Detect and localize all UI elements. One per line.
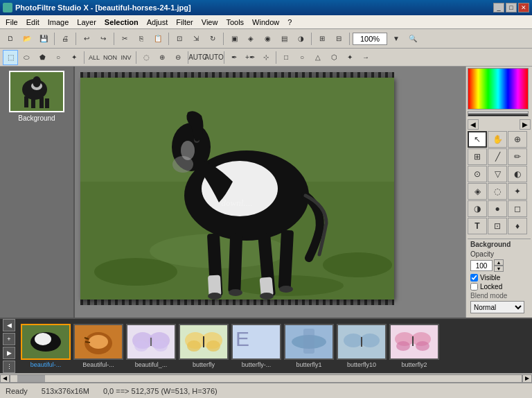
hscroll-right[interactable]: ▶ bbox=[522, 374, 532, 383]
opacity-down[interactable]: ▼ bbox=[494, 266, 504, 272]
feather-button[interactable]: ◌ bbox=[139, 50, 154, 65]
horizontal-scrollbar[interactable]: ◀ ▶ bbox=[0, 373, 532, 383]
visible-row[interactable]: Visible bbox=[470, 274, 528, 282]
select-magic-tool[interactable]: ✦ bbox=[66, 50, 82, 65]
open-button[interactable]: 📂 bbox=[19, 31, 35, 46]
shape-oval-btn[interactable]: ○ bbox=[294, 50, 310, 65]
tool-hand[interactable]: ✋ bbox=[488, 131, 507, 148]
menu-window[interactable]: Window bbox=[248, 15, 283, 29]
titlebar-controls[interactable]: _ □ ✕ bbox=[493, 3, 529, 12]
select-poly-tool[interactable]: ⬟ bbox=[35, 50, 50, 65]
tool-brush[interactable]: ⊙ bbox=[468, 166, 487, 182]
menu-adjust[interactable]: Adjust bbox=[143, 15, 172, 29]
select-all-button[interactable]: ALL bbox=[87, 50, 102, 65]
rotate-button[interactable]: ↻ bbox=[205, 31, 220, 46]
tool-gradient[interactable]: ◐ bbox=[508, 166, 527, 182]
menu-image[interactable]: Image bbox=[44, 15, 73, 29]
tool-pencil[interactable]: ✏ bbox=[508, 148, 527, 165]
canvas-area[interactable]: downl.... bbox=[75, 67, 466, 318]
thumb-butterfly[interactable]: butterfly bbox=[179, 324, 229, 368]
maximize-button[interactable]: □ bbox=[506, 3, 517, 12]
filter4-button[interactable]: ▤ bbox=[276, 31, 292, 46]
thumb-beautiful-butterfly-w[interactable]: beautiful_... bbox=[126, 324, 176, 368]
tool-extra1[interactable]: ⊡ bbox=[488, 218, 507, 234]
tool-zoom[interactable]: ⊞ bbox=[468, 148, 487, 165]
visible-checkbox[interactable] bbox=[470, 274, 478, 282]
color-spectrum[interactable] bbox=[468, 68, 529, 110]
shape-poly-btn[interactable]: ⬡ bbox=[326, 50, 342, 65]
select-oval-tool[interactable]: ⬭ bbox=[19, 50, 34, 65]
menu-edit[interactable]: Edit bbox=[22, 15, 44, 29]
redo-button[interactable]: ↪ bbox=[96, 31, 111, 46]
opacity-up[interactable]: ▲ bbox=[494, 259, 504, 266]
view1-button[interactable]: ⊞ bbox=[314, 31, 330, 46]
tool-extra2[interactable]: ♦ bbox=[508, 218, 527, 234]
undo-button[interactable]: ↩ bbox=[79, 31, 94, 46]
tool-line[interactable]: ╱ bbox=[488, 148, 507, 165]
shape-arrow-btn[interactable]: → bbox=[358, 50, 373, 65]
filter2-button[interactable]: ◈ bbox=[243, 31, 258, 46]
canvas-image[interactable]: downl.... bbox=[80, 78, 394, 300]
resize-button[interactable]: ⇲ bbox=[188, 31, 204, 46]
paste-button[interactable]: 📋 bbox=[150, 31, 166, 46]
minimize-button[interactable]: _ bbox=[493, 3, 504, 12]
layer-thumbnail[interactable] bbox=[9, 71, 64, 112]
filmstrip-scroll-left[interactable]: ◀ bbox=[3, 319, 15, 331]
tool-cursor[interactable]: ↖ bbox=[468, 131, 487, 148]
zoom-dropdown-button[interactable]: ▼ bbox=[389, 31, 404, 46]
tool-dodge[interactable]: ◑ bbox=[468, 200, 487, 217]
crop-button[interactable]: ⊡ bbox=[172, 31, 187, 46]
menu-filter[interactable]: Filter bbox=[172, 15, 197, 29]
tool-fill[interactable]: ▽ bbox=[488, 166, 507, 182]
filmstrip-scroll-right[interactable]: ▶ bbox=[3, 347, 15, 359]
path-add-btn[interactable]: +✒ bbox=[242, 50, 258, 65]
thumb-butterfly-dash[interactable]: E butterfly-... bbox=[231, 324, 281, 368]
hscroll-left[interactable]: ◀ bbox=[0, 374, 10, 383]
deselect-button[interactable]: NON bbox=[103, 50, 118, 65]
tool-eraser[interactable]: ◻ bbox=[508, 200, 527, 217]
filter5-button[interactable]: ◑ bbox=[293, 31, 308, 46]
print-button[interactable]: 🖨 bbox=[57, 31, 73, 46]
copy-button[interactable]: ⎘ bbox=[134, 31, 149, 46]
menu-view[interactable]: View bbox=[197, 15, 222, 29]
select-rect-tool[interactable]: ⬚ bbox=[3, 50, 18, 65]
menu-help[interactable]: ? bbox=[283, 15, 296, 29]
blend-mode-select[interactable]: Normal Multiply Screen Overlay Darken Li… bbox=[470, 301, 524, 313]
color-prev[interactable]: ◀ bbox=[468, 119, 479, 130]
tool-blur[interactable]: ◌ bbox=[488, 183, 507, 200]
color-strip[interactable] bbox=[468, 111, 529, 116]
shape-tri-btn[interactable]: △ bbox=[310, 50, 326, 65]
tool-text[interactable]: T bbox=[468, 218, 487, 234]
shape-star-btn[interactable]: ✦ bbox=[342, 50, 357, 65]
menu-tools[interactable]: Tools bbox=[222, 15, 248, 29]
close-button[interactable]: ✕ bbox=[518, 3, 529, 12]
locked-row[interactable]: Locked bbox=[470, 283, 528, 291]
zoom-input[interactable] bbox=[353, 33, 387, 45]
color-next[interactable]: ▶ bbox=[520, 119, 531, 130]
filmstrip-options[interactable]: ⋮ bbox=[3, 361, 15, 373]
view2-button[interactable]: ⊟ bbox=[331, 31, 346, 46]
tool-clone[interactable]: ◈ bbox=[468, 183, 487, 200]
tool-sharpen[interactable]: ✦ bbox=[508, 183, 527, 200]
menu-file[interactable]: File bbox=[1, 15, 22, 29]
shape-rect-btn[interactable]: □ bbox=[278, 50, 294, 65]
filter3-button[interactable]: ◉ bbox=[260, 31, 275, 46]
menu-layer[interactable]: Layer bbox=[73, 15, 100, 29]
locked-checkbox[interactable] bbox=[470, 283, 478, 291]
thumb-beautiful-tiger[interactable]: Beautiful-... bbox=[73, 324, 123, 368]
thumb-butterfly10[interactable]: butterfly10 bbox=[337, 324, 387, 368]
thumb-butterfly1[interactable]: butterfly1 bbox=[284, 324, 334, 368]
thumb-butterfly2[interactable]: butterfly2 bbox=[389, 324, 439, 368]
zoom-in-button[interactable]: 🔍 bbox=[405, 31, 420, 46]
contract-button[interactable]: ⊖ bbox=[170, 50, 186, 65]
new-button[interactable]: 🗋 bbox=[3, 31, 18, 46]
tool-pipette[interactable]: ⊕ bbox=[508, 131, 527, 148]
menu-selection[interactable]: Selection bbox=[100, 15, 143, 29]
auto-select-btn1[interactable]: AUTO bbox=[190, 50, 206, 65]
tool-burn[interactable]: ● bbox=[488, 200, 507, 217]
save-button[interactable]: 💾 bbox=[36, 31, 51, 46]
hscroll-track[interactable] bbox=[10, 374, 522, 383]
filmstrip-add[interactable]: + bbox=[3, 333, 15, 345]
cut-button[interactable]: ✂ bbox=[117, 31, 132, 46]
invert-sel-button[interactable]: INV bbox=[118, 50, 134, 65]
